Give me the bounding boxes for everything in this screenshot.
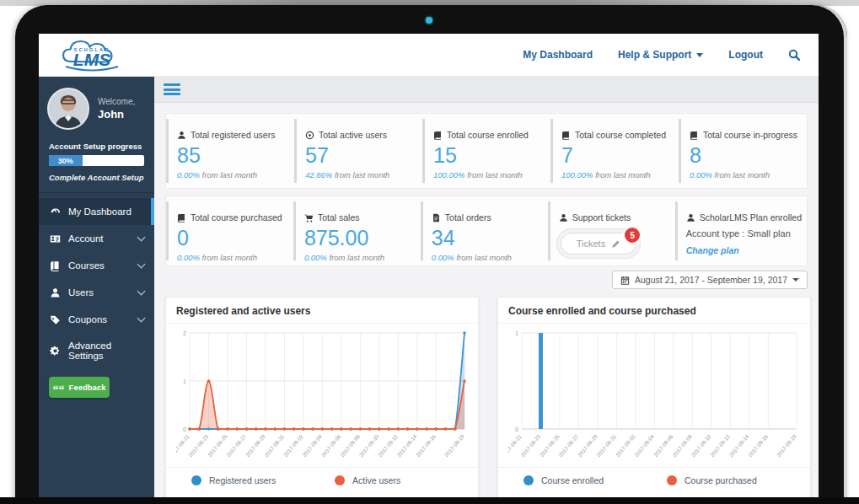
sidebar-item-courses[interactable]: Courses bbox=[39, 252, 154, 279]
book-icon bbox=[561, 131, 571, 140]
tag-icon bbox=[49, 314, 61, 325]
chevron-down-icon bbox=[137, 287, 146, 296]
user-name: John bbox=[98, 108, 135, 121]
dashboard-icon bbox=[49, 206, 61, 217]
scholar-lms-logo[interactable]: SCHOLAR LMS bbox=[52, 35, 130, 74]
chart-legend: Registered users Active users bbox=[166, 467, 478, 485]
top-nav: My Dashboard Help & Support Logout bbox=[523, 49, 819, 61]
avatar-photo-icon bbox=[49, 89, 88, 128]
sidebar-item-label: Coupons bbox=[68, 314, 107, 324]
nav-logout[interactable]: Logout bbox=[728, 49, 763, 61]
stat-total-sales: Total sales 875.00 0.00% from last month bbox=[293, 201, 421, 260]
legend-course-enrolled[interactable]: Course enrolled bbox=[523, 475, 667, 485]
chart-title: Course enrolled and course purchased bbox=[508, 305, 800, 317]
sidebar: Welcome, John Account Setup progress 30%… bbox=[39, 77, 154, 497]
stat-change: 100.00% from last month bbox=[433, 170, 545, 180]
stat-support-tickets: Support tickets Tickets 5 bbox=[548, 201, 675, 260]
svg-text:LMS: LMS bbox=[73, 50, 110, 69]
user-icon bbox=[49, 287, 61, 298]
nav-help-support-label: Help & Support bbox=[618, 49, 691, 61]
sidebar-item-label: My Dashboard bbox=[68, 206, 132, 217]
svg-text:2017-09-19: 2017-09-19 bbox=[443, 433, 465, 458]
stats-row-1: Total registered users 85 0.00% from las… bbox=[165, 113, 808, 189]
feedback-label: Feedback bbox=[69, 383, 106, 392]
chevron-down-icon bbox=[137, 233, 146, 242]
sidebar-menu: My Dashboard Account Courses bbox=[39, 193, 154, 368]
stat-label: ScholarLMS Plan enrolled bbox=[700, 212, 802, 223]
stat-change: 0.00% from last month bbox=[177, 170, 289, 180]
user-profile: Welcome, John bbox=[39, 77, 154, 138]
stat-change: 0.00% from last month bbox=[177, 253, 288, 262]
stat-change: 42.86% from last month bbox=[305, 170, 417, 180]
sidebar-item-advanced-settings[interactable]: Advanced Settings bbox=[39, 333, 154, 368]
main-toolbar bbox=[154, 77, 819, 103]
stat-label: Total course completed bbox=[575, 130, 666, 140]
legend-course-purchased[interactable]: Course purchased bbox=[667, 475, 810, 485]
nav-my-dashboard[interactable]: My Dashboard bbox=[523, 49, 593, 61]
legend-label: Active users bbox=[352, 475, 400, 485]
app-header: SCHOLAR LMS My Dashboard Help & Support … bbox=[39, 34, 819, 77]
setup-progress-bar: 30% bbox=[49, 155, 144, 166]
feedback-button[interactable]: ““ Feedback bbox=[49, 377, 110, 398]
stat-value: 7 bbox=[561, 143, 674, 168]
date-row: August 21, 2017 - September 19, 2017 bbox=[165, 266, 808, 293]
change-plan-link[interactable]: Change plan bbox=[686, 245, 802, 255]
stat-label: Support tickets bbox=[572, 212, 631, 223]
stat-total-course-enrolled: Total course enrolled 15 100.00% from la… bbox=[422, 119, 550, 183]
svg-text:0: 0 bbox=[183, 426, 186, 432]
document-icon bbox=[432, 213, 441, 223]
stat-value: 15 bbox=[433, 143, 545, 168]
legend-registered-users[interactable]: Registered users bbox=[191, 475, 335, 485]
cloud-logo-icon: SCHOLAR LMS bbox=[52, 35, 130, 74]
stat-value: 85 bbox=[177, 143, 289, 168]
sidebar-item-label: Courses bbox=[68, 260, 105, 271]
avatar[interactable] bbox=[47, 88, 89, 130]
users-line-chart[interactable]: 0122017-08-212017-08-232017-08-252017-08… bbox=[176, 325, 470, 464]
tickets-button[interactable]: Tickets 5 bbox=[561, 233, 636, 255]
legend-dot-blue bbox=[191, 475, 201, 485]
sidebar-item-coupons[interactable]: Coupons bbox=[39, 306, 154, 333]
welcome-text: Welcome, bbox=[98, 97, 135, 106]
chart-card-courses: Course enrolled and course purchased 012… bbox=[497, 297, 811, 497]
stat-change: 0.00% from last month bbox=[304, 253, 416, 262]
book-icon bbox=[177, 213, 186, 223]
tablet-bezel: SCHOLAR LMS My Dashboard Help & Support … bbox=[15, 5, 847, 504]
legend-label: Course purchased bbox=[685, 475, 757, 485]
stat-label: Total course in-progress bbox=[703, 130, 797, 140]
nav-help-support[interactable]: Help & Support bbox=[618, 49, 703, 61]
sidebar-item-my-dashboard[interactable]: My Dashboard bbox=[39, 198, 154, 225]
tickets-button-label: Tickets bbox=[577, 239, 605, 249]
chevron-down-icon bbox=[696, 53, 703, 57]
stat-change: 100.00% from last month bbox=[561, 170, 674, 180]
svg-text:0: 0 bbox=[515, 426, 518, 432]
legend-dot-orange bbox=[335, 475, 345, 485]
chevron-down-icon bbox=[137, 260, 146, 269]
sidebar-item-users[interactable]: Users bbox=[39, 279, 154, 306]
id-card-icon bbox=[49, 233, 61, 244]
complete-account-setup-link[interactable]: Complete Account Setup bbox=[49, 173, 144, 182]
setup-progress-label: Account Setup progress bbox=[49, 142, 144, 151]
tablet-bottom-edge bbox=[0, 497, 859, 504]
app-screen: SCHOLAR LMS My Dashboard Help & Support … bbox=[39, 34, 819, 497]
cart-icon bbox=[304, 213, 314, 223]
stat-value: 8 bbox=[690, 143, 802, 168]
stat-plan-enrolled: ScholarLMS Plan enrolled Account type : … bbox=[675, 201, 807, 260]
gears-icon bbox=[49, 345, 61, 357]
nav-my-dashboard-label: My Dashboard bbox=[523, 49, 593, 61]
search-button[interactable] bbox=[788, 49, 800, 61]
main-area: Total registered users 85 0.00% from las… bbox=[154, 77, 819, 497]
date-range-picker[interactable]: August 21, 2017 - September 19, 2017 bbox=[612, 271, 808, 289]
caret-down-icon bbox=[792, 278, 799, 281]
legend-active-users[interactable]: Active users bbox=[335, 475, 478, 485]
svg-text:2017-09-19: 2017-09-19 bbox=[776, 433, 797, 458]
user-icon bbox=[559, 213, 568, 223]
user-icon bbox=[686, 213, 695, 223]
stat-total-course-completed: Total course completed 7 100.00% from la… bbox=[550, 119, 679, 183]
sidebar-item-account[interactable]: Account bbox=[39, 225, 154, 252]
book-icon bbox=[690, 131, 699, 140]
book-icon bbox=[49, 260, 61, 271]
hamburger-menu-icon[interactable] bbox=[164, 82, 180, 98]
stat-total-course-purchased: Total course purchased 0 0.00% from last… bbox=[166, 201, 293, 260]
courses-bar-chart[interactable]: 012017-08-212017-08-232017-08-252017-08-… bbox=[508, 325, 802, 464]
user-icon bbox=[177, 131, 186, 140]
